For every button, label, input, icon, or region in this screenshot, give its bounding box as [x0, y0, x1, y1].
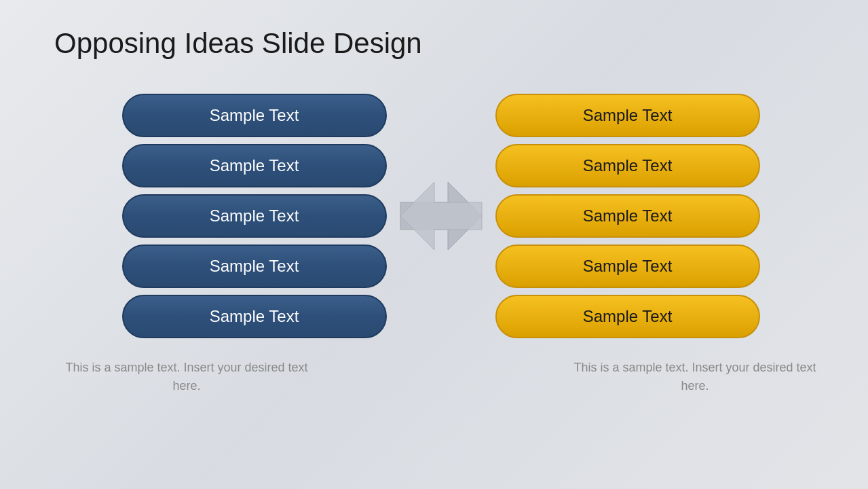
- slide-title: Opposing Ideas Slide Design: [54, 27, 827, 60]
- arrows-container: [387, 182, 495, 250]
- blue-pill-1[interactable]: Sample Text: [122, 94, 387, 137]
- slide: Opposing Ideas Slide Design Sample Text …: [0, 0, 868, 489]
- svg-marker-1: [400, 182, 482, 250]
- bottom-texts: This is a sample text. Insert your desir…: [54, 359, 827, 395]
- yellow-pill-2[interactable]: Sample Text: [495, 144, 760, 187]
- blue-pill-2[interactable]: Sample Text: [122, 144, 387, 187]
- yellow-pill-4[interactable]: Sample Text: [495, 244, 760, 288]
- blue-pill-4[interactable]: Sample Text: [122, 244, 387, 288]
- bottom-spacer: [387, 359, 495, 395]
- opposing-arrows-icon: [394, 175, 489, 257]
- content-area: Sample Text Sample Text Sample Text Samp…: [54, 94, 827, 338]
- yellow-pill-3[interactable]: Sample Text: [495, 194, 760, 238]
- bottom-caption-right: This is a sample text. Insert your desir…: [563, 359, 827, 395]
- blue-pill-5[interactable]: Sample Text: [122, 295, 387, 338]
- blue-pill-3[interactable]: Sample Text: [122, 194, 387, 238]
- right-column: Sample Text Sample Text Sample Text Samp…: [495, 94, 760, 338]
- bottom-caption-left: This is a sample text. Insert your desir…: [54, 359, 319, 395]
- left-column: Sample Text Sample Text Sample Text Samp…: [122, 94, 387, 338]
- yellow-pill-1[interactable]: Sample Text: [495, 94, 760, 137]
- yellow-pill-5[interactable]: Sample Text: [495, 295, 760, 338]
